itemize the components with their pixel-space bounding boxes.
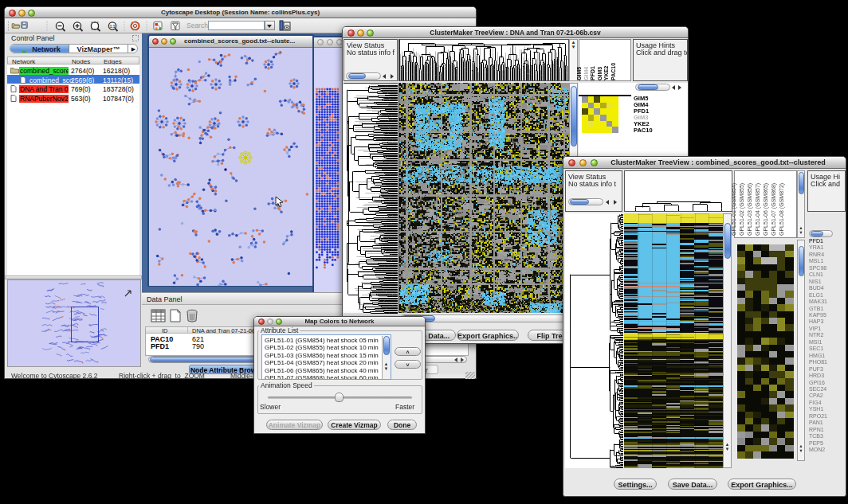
svg-text:1:1: 1:1	[110, 25, 116, 29]
